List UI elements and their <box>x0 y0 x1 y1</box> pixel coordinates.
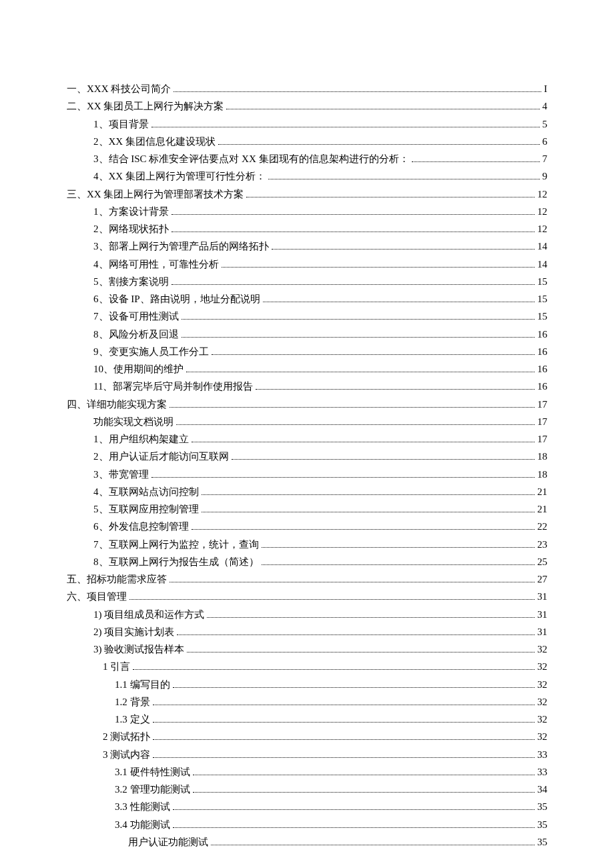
toc-label: 4、互联网站点访问控制 <box>93 483 199 500</box>
toc-entry[interactable]: 1、项目背景5 <box>67 115 547 133</box>
toc-entry[interactable]: 1 引言32 <box>67 658 547 675</box>
toc-entry[interactable]: 三、XX 集团上网行为管理部署技术方案12 <box>67 185 547 203</box>
toc-leader-dots <box>202 506 535 512</box>
toc-entry[interactable]: 五、招标功能需求应答27 <box>67 570 547 588</box>
toc-leader-dots <box>153 716 535 723</box>
toc-entry[interactable]: 3.4 功能测试35 <box>67 816 547 833</box>
toc-leader-dots <box>174 85 541 92</box>
toc-leader-dots <box>170 401 535 408</box>
toc-leader-dots <box>226 103 539 109</box>
toc-label: 1、项目背景 <box>93 115 149 133</box>
toc-entry[interactable]: 一、XXX 科技公司简介I <box>67 80 547 97</box>
toc-leader-dots <box>173 803 535 810</box>
toc-label: 二、XX 集团员工上网行为解决方案 <box>67 97 224 115</box>
toc-label: 8、风险分析及回退 <box>93 326 179 343</box>
toc-entry[interactable]: 3 测试内容33 <box>67 746 547 763</box>
toc-page-number: 17 <box>537 430 547 448</box>
toc-entry[interactable]: 7、设备可用性测试15 <box>67 308 547 325</box>
toc-leader-dots <box>193 786 535 793</box>
toc-entry[interactable]: 4、XX 集团上网行为管理可行性分析：9 <box>67 167 547 185</box>
toc-page-number: 16 <box>537 343 547 360</box>
toc-page-number: 35 <box>537 798 547 815</box>
toc-entry[interactable]: 6、设备 IP、路由说明，地址分配说明15 <box>67 290 547 308</box>
toc-entry[interactable]: 3、带宽管理18 <box>67 466 547 483</box>
toc-label: 1、用户组织构架建立 <box>93 430 189 448</box>
toc-label: 2 测试拓扑 <box>103 728 150 745</box>
toc-leader-dots <box>172 226 535 232</box>
toc-page-number: 16 <box>537 360 547 378</box>
toc-label: 3.4 功能测试 <box>115 816 170 833</box>
toc-page-number: 16 <box>537 326 547 343</box>
toc-leader-dots <box>222 261 535 268</box>
toc-label: 4、网络可用性，可靠性分析 <box>93 256 219 273</box>
toc-page-number: 35 <box>537 833 547 851</box>
toc-entry[interactable]: 用户认证功能测试35 <box>67 833 547 851</box>
toc-label: 10、使用期间的维护 <box>93 360 184 378</box>
toc-entry[interactable]: 2 测试拓扑32 <box>67 728 547 745</box>
toc-page-number: 32 <box>537 711 547 728</box>
toc-page-number: 34 <box>537 781 547 798</box>
toc-entry[interactable]: 8、风险分析及回退16 <box>67 326 547 343</box>
toc-entry[interactable]: 1.2 背景32 <box>67 693 547 711</box>
toc-entry[interactable]: 8、互联网上网行为报告生成（简述）25 <box>67 553 547 570</box>
toc-entry[interactable]: 四、详细功能实现方案17 <box>67 396 547 413</box>
toc-entry[interactable]: 1) 项目组成员和运作方式31 <box>67 606 547 623</box>
toc-entry[interactable]: 11、部署完毕后守局并制作使用报告16 <box>67 378 547 395</box>
toc-entry[interactable]: 3) 验收测试报告样本32 <box>67 640 547 658</box>
toc-entry[interactable]: 3.2 管理功能测试34 <box>67 781 547 798</box>
toc-page-number: 12 <box>537 203 547 220</box>
toc-entry[interactable]: 2、网络现状拓扑12 <box>67 220 547 238</box>
toc-page-number: 35 <box>537 816 547 833</box>
toc-entry[interactable]: 6、外发信息控制管理22 <box>67 518 547 535</box>
toc-leader-dots <box>187 646 535 653</box>
toc-entry[interactable]: 3.1 硬件特性测试33 <box>67 763 547 781</box>
toc-label: 8、互联网上网行为报告生成（简述） <box>93 553 259 570</box>
toc-entry[interactable]: 1、用户组织构架建立17 <box>67 430 547 448</box>
toc-label: 5、互联网应用控制管理 <box>93 500 199 518</box>
toc-entry[interactable]: 2、用户认证后才能访问互联网18 <box>67 448 547 465</box>
toc-entry[interactable]: 5、割接方案说明15 <box>67 273 547 290</box>
table-of-contents: 一、XXX 科技公司简介I二、XX 集团员工上网行为解决方案41、项目背景52、… <box>67 80 547 851</box>
toc-leader-dots <box>272 243 535 250</box>
toc-page-number: 12 <box>537 220 547 238</box>
toc-label: 3.1 硬件特性测试 <box>115 763 190 781</box>
toc-leader-dots <box>177 628 535 635</box>
toc-entry[interactable]: 4、网络可用性，可靠性分析14 <box>67 256 547 273</box>
toc-leader-dots <box>172 208 535 215</box>
toc-entry[interactable]: 2、XX 集团信息化建设现状6 <box>67 133 547 150</box>
toc-page-number: 17 <box>537 413 547 430</box>
toc-page-number: 14 <box>537 238 547 255</box>
toc-leader-dots <box>172 278 535 285</box>
toc-entry[interactable]: 1.3 定义32 <box>67 711 547 728</box>
toc-label: 2、用户认证后才能访问互联网 <box>93 448 229 465</box>
toc-entry[interactable]: 二、XX 集团员工上网行为解决方案4 <box>67 97 547 115</box>
toc-entry[interactable]: 4、互联网站点访问控制21 <box>67 483 547 500</box>
toc-entry[interactable]: 3.3 性能测试35 <box>67 798 547 815</box>
toc-entry[interactable]: 1.1 编写目的32 <box>67 676 547 693</box>
toc-entry[interactable]: 六、项目管理31 <box>67 588 547 605</box>
toc-page-number: 31 <box>537 623 547 640</box>
toc-leader-dots <box>192 523 535 530</box>
toc-page-number: 33 <box>537 763 547 781</box>
toc-label: 三、XX 集团上网行为管理部署技术方案 <box>67 185 244 203</box>
toc-page-number: 31 <box>537 588 547 605</box>
toc-entry[interactable]: 2) 项目实施计划表31 <box>67 623 547 640</box>
toc-entry[interactable]: 7、互联网上网行为监控，统计，查询23 <box>67 536 547 553</box>
toc-entry[interactable]: 9、变更实施人员工作分工16 <box>67 343 547 360</box>
toc-entry[interactable]: 1、方案设计背景12 <box>67 203 547 220</box>
toc-leader-dots <box>268 173 540 179</box>
toc-entry[interactable]: 功能实现文档说明17 <box>67 413 547 430</box>
toc-page-number: 32 <box>537 640 547 658</box>
toc-entry[interactable]: 3、结合 ISC 标准安全评估要点对 XX 集团现有的信息架构进行的分析：7 <box>67 150 547 167</box>
toc-entry[interactable]: 10、使用期间的维护16 <box>67 360 547 378</box>
toc-label: 3、带宽管理 <box>93 466 149 483</box>
toc-entry[interactable]: 3、部署上网行为管理产品后的网络拓扑14 <box>67 238 547 255</box>
toc-label: 1.1 编写目的 <box>115 676 170 693</box>
toc-leader-dots <box>211 839 535 845</box>
toc-page-number: 12 <box>537 185 547 203</box>
toc-entry[interactable]: 5、互联网应用控制管理21 <box>67 500 547 518</box>
toc-page-number: 31 <box>537 606 547 623</box>
toc-leader-dots <box>151 121 540 127</box>
toc-label: 9、变更实施人员工作分工 <box>93 343 209 360</box>
toc-label: 3.3 性能测试 <box>115 798 170 815</box>
